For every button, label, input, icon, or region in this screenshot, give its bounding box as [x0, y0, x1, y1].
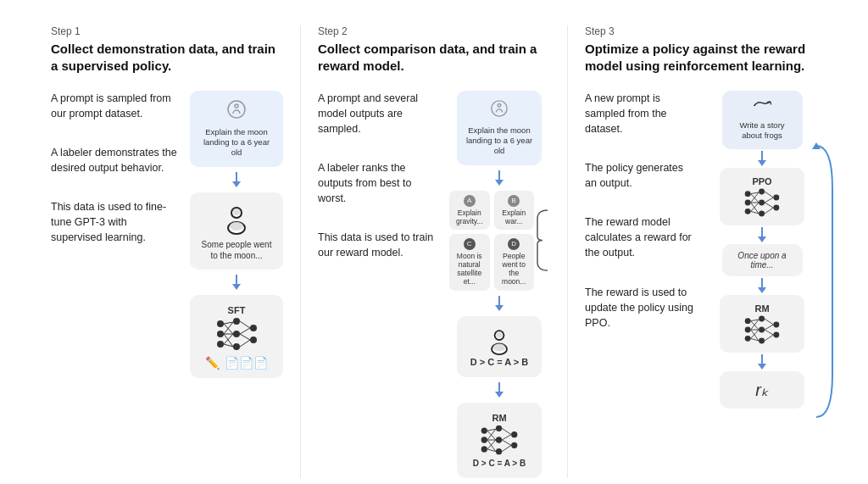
svg-point-59	[759, 211, 765, 217]
step1-text-2: A labeler demonstrates the desired outpu…	[51, 145, 178, 175]
output-A: A Explain gravity...	[449, 191, 490, 230]
svg-point-58	[759, 200, 765, 206]
badge-D: D	[508, 238, 520, 250]
step1-model-card: SFT	[190, 295, 283, 378]
step2-text-1: A prompt and several model outputs are s…	[318, 91, 437, 136]
step2-diagram: Explain the moon landing to a 6 year old…	[448, 91, 550, 478]
svg-point-27	[492, 100, 507, 115]
svg-line-91	[765, 335, 773, 341]
svg-line-90	[765, 330, 773, 335]
step2-model-label: RM	[492, 413, 506, 423]
svg-line-52	[502, 440, 511, 445]
svg-point-8	[217, 320, 224, 327]
step3-ppo-label: PPO	[752, 176, 771, 186]
svg-point-28	[498, 103, 501, 107]
arrow5	[494, 382, 504, 398]
svg-line-53	[502, 445, 511, 451]
step2-labeler-card: D > C = A > B	[457, 316, 542, 377]
step2-model-card: RM	[457, 403, 542, 478]
output-B-text: Explain war...	[498, 209, 531, 225]
step3-label: Step 3	[585, 25, 817, 37]
arrow8	[757, 278, 767, 293]
svg-line-71	[765, 203, 773, 208]
svg-point-54	[745, 191, 751, 197]
svg-point-11	[233, 318, 240, 325]
step3-ppo-card: PPO	[720, 168, 804, 225]
step3-column: Step 3 Optimize a policy against the rew…	[568, 25, 834, 478]
brace-icon	[536, 209, 549, 272]
step3-output-card: Once upon a time...	[722, 244, 803, 276]
arrow1	[231, 172, 242, 187]
svg-line-72	[765, 208, 773, 214]
svg-point-7	[230, 222, 243, 231]
step3-output-text: Once upon a time...	[731, 251, 794, 270]
svg-line-51	[502, 434, 511, 439]
svg-line-88	[765, 319, 773, 325]
svg-line-50	[502, 428, 511, 434]
step2-text: A prompt and several model outputs are s…	[318, 91, 437, 285]
ppo-network-icon	[742, 186, 782, 219]
arrow2	[231, 275, 242, 290]
step2-outputs-row: A Explain gravity... B Explain war... C …	[449, 191, 549, 291]
svg-line-23	[240, 321, 250, 328]
step1-diagram: Explain the moon landing to a 6 year old…	[190, 91, 283, 378]
svg-point-36	[481, 437, 487, 442]
step2-ranking: D > C = A > B	[470, 357, 529, 367]
svg-line-70	[765, 197, 773, 203]
svg-point-78	[759, 338, 765, 344]
svg-point-79	[773, 322, 779, 328]
svg-point-41	[511, 431, 517, 437]
svg-point-77	[759, 327, 765, 333]
svg-point-33	[496, 331, 502, 337]
step1-labeler-label: Some people went to the moon...	[200, 239, 273, 261]
svg-point-42	[511, 442, 517, 448]
step2-text-3: This data is used to train our reward mo…	[318, 230, 437, 260]
step1-prompt-card: Explain the moon landing to a 6 year old	[190, 91, 283, 167]
step2-text-2: A labeler ranks the outputs from best to…	[318, 160, 437, 206]
svg-point-61	[773, 205, 779, 211]
labeler-icon	[484, 325, 515, 355]
step2-prompt-icon	[490, 99, 509, 122]
svg-point-60	[773, 195, 779, 201]
svg-point-34	[493, 343, 505, 351]
output-C-text: Moon is natural satellite et...	[453, 252, 486, 287]
svg-marker-92	[812, 142, 821, 149]
svg-line-89	[765, 325, 773, 330]
step1-text: A prompt is sampled from our prompt data…	[51, 91, 178, 270]
curved-feedback-arrow	[812, 137, 836, 426]
network-icon	[214, 315, 260, 353]
main-container: Step 1 Collect demonstration data, and t…	[34, 25, 834, 478]
step3-text-4: The reward is used to update the policy …	[585, 285, 695, 331]
step3-text-1: A new prompt is sampled from the dataset…	[585, 91, 695, 136]
svg-point-6	[233, 209, 240, 215]
svg-point-76	[759, 316, 765, 322]
step2-label: Step 2	[318, 25, 550, 37]
step2-prompt-card: Explain the moon landing to a 6 year old	[457, 91, 542, 165]
svg-point-0	[228, 101, 245, 118]
step3-rm-card: RM	[720, 295, 804, 353]
arrow9	[757, 354, 767, 370]
step3-body: A new prompt is sampled from the dataset…	[585, 91, 817, 409]
badge-B: B	[508, 195, 520, 207]
step1-title: Collect demonstration data, and train a …	[51, 41, 283, 75]
svg-point-10	[217, 341, 224, 348]
svg-point-1	[235, 104, 238, 108]
svg-point-73	[745, 318, 751, 324]
output-D-text: People went to the moon...	[498, 252, 531, 287]
step2-outputs-grid: A Explain gravity... B Explain war... C …	[449, 191, 534, 291]
step3-prompt-icon	[753, 99, 771, 117]
step2-prompt-text: Explain the moon landing to a 6 year old	[465, 125, 533, 157]
svg-point-55	[745, 200, 751, 206]
svg-line-25	[240, 334, 250, 340]
badge-A: A	[464, 195, 476, 207]
svg-point-39	[496, 437, 502, 442]
arrow4	[494, 296, 504, 311]
step2-title: Collect comparison data, and train a rew…	[318, 41, 550, 75]
output-B: B Explain war...	[494, 191, 535, 230]
step1-text-3: This data is used to fine-tune GPT-3 wit…	[51, 199, 178, 245]
svg-point-35	[481, 427, 487, 433]
badge-C: C	[464, 238, 476, 250]
svg-point-56	[745, 209, 751, 214]
rm2-network-icon	[742, 314, 782, 346]
step2-column: Step 2 Collect comparison data, and trai…	[301, 25, 568, 478]
